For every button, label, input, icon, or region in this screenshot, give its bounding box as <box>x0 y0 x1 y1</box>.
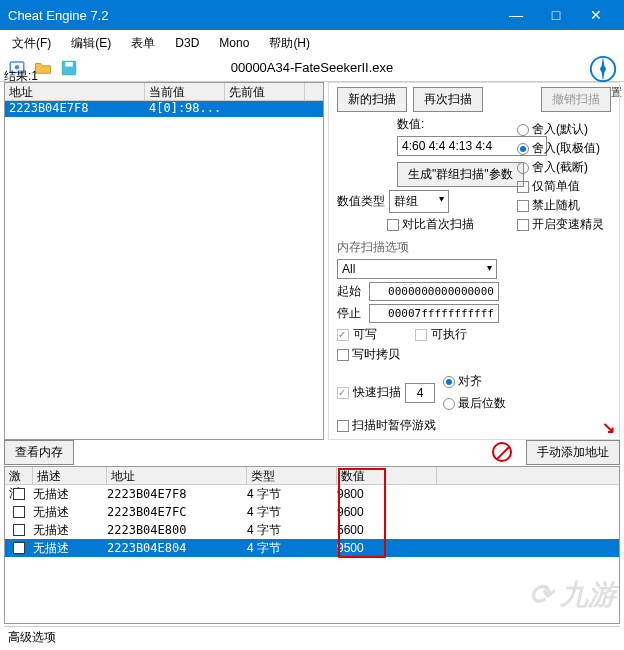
col-desc[interactable]: 描述 <box>33 467 107 484</box>
writable-label: 可写 <box>353 326 377 343</box>
cheat-row[interactable]: 无描述 2223B04E7F8 4 字节 9800 <box>5 485 619 503</box>
memopts-select[interactable]: All <box>337 259 497 279</box>
cheat-row[interactable]: 无描述 2223B04E7FC 4 字节 9600 <box>5 503 619 521</box>
start-label: 起始 <box>337 283 365 300</box>
svg-point-5 <box>600 66 606 72</box>
pause-game-checkbox[interactable] <box>337 420 349 432</box>
col-active[interactable]: 激活 <box>5 467 33 484</box>
round-options: 舍入(默认) 舍入(取极值) 舍入(截断) 仅简单值 禁止随机 开启变速精灵 <box>517 119 615 235</box>
addr-cell: 2223B04E7FC <box>107 505 247 519</box>
svg-rect-3 <box>65 62 73 67</box>
ce-logo-icon[interactable] <box>588 54 618 84</box>
value-cell: 5600 <box>337 523 437 537</box>
desc-cell: 无描述 <box>33 486 107 503</box>
view-memory-button[interactable]: 查看内存 <box>4 440 74 465</box>
mid-toolbar: 查看内存 手动添加地址 <box>4 440 620 464</box>
fastscan-value[interactable] <box>405 383 435 403</box>
col-type[interactable]: 类型 <box>247 467 337 484</box>
menu-d3d[interactable]: D3D <box>167 34 207 52</box>
writable-checkbox[interactable] <box>337 329 349 341</box>
titlebar: Cheat Engine 7.2 — □ ✕ <box>0 0 624 30</box>
round-extreme-radio[interactable] <box>517 143 529 155</box>
col-address[interactable]: 地址 <box>5 83 145 100</box>
active-checkbox[interactable] <box>13 488 25 500</box>
addr-cell: 2223B04E804 <box>107 541 247 555</box>
addr-cell: 2223B04E800 <box>107 523 247 537</box>
toolbar: 00000A34-FateSeekerII.exe <box>0 54 624 82</box>
active-cell <box>5 542 33 554</box>
speedhack-checkbox[interactable] <box>517 219 529 231</box>
col-current[interactable]: 当前值 <box>145 83 225 100</box>
desc-cell: 无描述 <box>33 522 107 539</box>
active-cell <box>5 506 33 518</box>
no-random-checkbox[interactable] <box>517 200 529 212</box>
results-panel: 结果:1 地址 当前值 先前值 2223B04E7F8 4[0]:98... <box>4 82 324 440</box>
compare-first-label: 对比首次扫描 <box>402 216 474 233</box>
col-value[interactable]: 数值 <box>337 467 437 484</box>
gen-group-button[interactable]: 生成"群组扫描"参数 <box>397 162 524 187</box>
compare-first-checkbox[interactable] <box>387 219 399 231</box>
memopts-label: 内存扫描选项 <box>337 239 611 256</box>
menubar: 文件(F) 编辑(E) 表单 D3D Mono 帮助(H) <box>0 32 624 54</box>
rescan-button[interactable]: 再次扫描 <box>413 87 483 112</box>
window-controls: — □ ✕ <box>496 0 616 30</box>
menu-table[interactable]: 表单 <box>123 33 163 54</box>
type-cell: 4 字节 <box>247 504 337 521</box>
cheat-row[interactable]: 无描述 2223B04E800 4 字节 5600 <box>5 521 619 539</box>
main-area: 结果:1 地址 当前值 先前值 2223B04E7F8 4[0]:98... 新… <box>4 82 620 440</box>
fastscan-label: 快速扫描 <box>353 384 401 401</box>
align-label: 对齐 <box>458 373 482 390</box>
process-title: 00000A34-FateSeekerII.exe <box>231 60 394 75</box>
lastdigits-radio[interactable] <box>443 398 455 410</box>
expand-arrow-icon[interactable]: ↘ <box>602 418 615 437</box>
add-manual-button[interactable]: 手动添加地址 <box>526 440 620 465</box>
lastdigits-label: 最后位数 <box>458 395 506 412</box>
result-address: 2223B04E7F8 <box>5 101 145 117</box>
clear-icon[interactable] <box>492 442 512 462</box>
round-default-radio[interactable] <box>517 124 529 136</box>
round-trunc-radio[interactable] <box>517 162 529 174</box>
save-icon[interactable] <box>58 57 80 79</box>
stop-input[interactable] <box>369 304 499 323</box>
pause-game-label: 扫描时暂停游戏 <box>352 417 436 434</box>
new-scan-button[interactable]: 新的扫描 <box>337 87 407 112</box>
scan-panel: 新的扫描 再次扫描 撤销扫描 数值: 生成"群组扫描"参数 数值类型 群组 对比… <box>328 82 620 440</box>
menu-help[interactable]: 帮助(H) <box>261 33 318 54</box>
type-cell: 4 字节 <box>247 486 337 503</box>
simple-only-checkbox[interactable] <box>517 181 529 193</box>
cow-checkbox[interactable] <box>337 349 349 361</box>
window-title: Cheat Engine 7.2 <box>8 8 496 23</box>
cheat-row[interactable]: 无描述 2223B04E804 4 字节 9500 <box>5 539 619 557</box>
desc-cell: 无描述 <box>33 540 107 557</box>
menu-mono[interactable]: Mono <box>211 34 257 52</box>
active-cell <box>5 488 33 500</box>
addr-cell: 2223B04E7F8 <box>107 487 247 501</box>
cheat-table: 激活 描述 地址 类型 数值 无描述 2223B04E7F8 4 字节 9800… <box>4 466 620 624</box>
close-button[interactable]: ✕ <box>576 0 616 30</box>
minimize-button[interactable]: — <box>496 0 536 30</box>
status-bar[interactable]: 高级选项 <box>4 626 620 646</box>
menu-file[interactable]: 文件(F) <box>4 33 59 54</box>
results-header: 地址 当前值 先前值 <box>5 83 323 101</box>
col-addr[interactable]: 地址 <box>107 467 247 484</box>
results-row[interactable]: 2223B04E7F8 4[0]:98... <box>5 101 323 117</box>
result-current: 4[0]:98... <box>145 101 225 117</box>
value-type-select[interactable]: 群组 <box>389 190 449 213</box>
active-cell <box>5 524 33 536</box>
results-count: 结果:1 <box>4 68 38 85</box>
stop-label: 停止 <box>337 305 365 322</box>
undo-scan-button[interactable]: 撤销扫描 <box>541 87 611 112</box>
active-checkbox[interactable] <box>13 506 25 518</box>
active-checkbox[interactable] <box>13 542 25 554</box>
start-input[interactable] <box>369 282 499 301</box>
menu-edit[interactable]: 编辑(E) <box>63 33 119 54</box>
active-checkbox[interactable] <box>13 524 25 536</box>
maximize-button[interactable]: □ <box>536 0 576 30</box>
col-previous[interactable]: 先前值 <box>225 83 305 100</box>
desc-cell: 无描述 <box>33 504 107 521</box>
executable-checkbox[interactable] <box>415 329 427 341</box>
value-type-label: 数值类型 <box>337 193 385 210</box>
cheat-header: 激活 描述 地址 类型 数值 <box>5 467 619 485</box>
align-radio[interactable] <box>443 376 455 388</box>
fastscan-checkbox[interactable] <box>337 387 349 399</box>
